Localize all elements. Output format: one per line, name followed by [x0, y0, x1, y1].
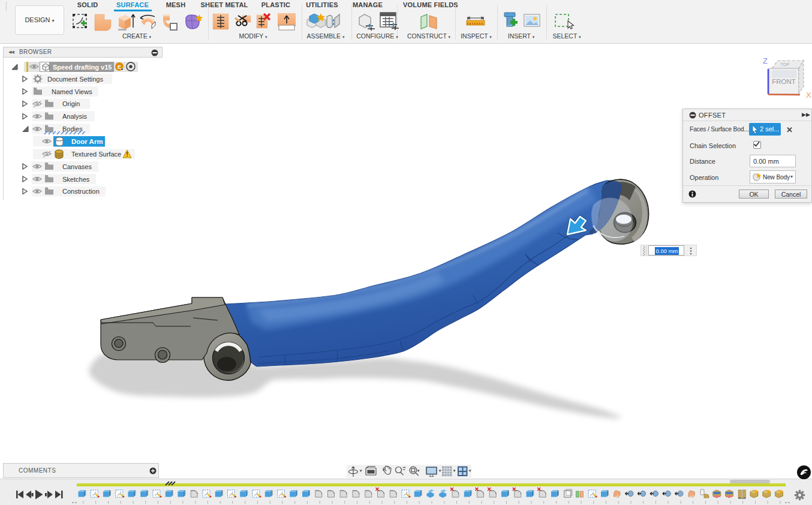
svg-text:Construction: Construction: [62, 188, 100, 195]
svg-text:Canvases: Canvases: [62, 163, 92, 170]
svg-text:Named Views: Named Views: [52, 88, 92, 95]
svg-text:X: X: [806, 91, 811, 100]
svg-text:Origin: Origin: [62, 100, 80, 107]
svg-text:Z: Z: [763, 56, 768, 65]
svg-text:Document Settings: Document Settings: [47, 76, 103, 83]
svg-text:Sketches: Sketches: [62, 176, 90, 183]
svg-text:Speed drafting v15: Speed drafting v15: [53, 64, 112, 71]
svg-text:!: !: [126, 151, 128, 158]
svg-text:E: E: [118, 64, 121, 70]
svg-text:Textured Surface: Textured Surface: [71, 151, 121, 158]
svg-text:TOP: TOP: [781, 62, 790, 67]
svg-text:Door Arm: Door Arm: [71, 138, 103, 145]
svg-text:Bodies: Bodies: [62, 125, 83, 133]
svg-text:FRONT: FRONT: [772, 78, 796, 85]
svg-text:Analysis: Analysis: [62, 113, 87, 120]
